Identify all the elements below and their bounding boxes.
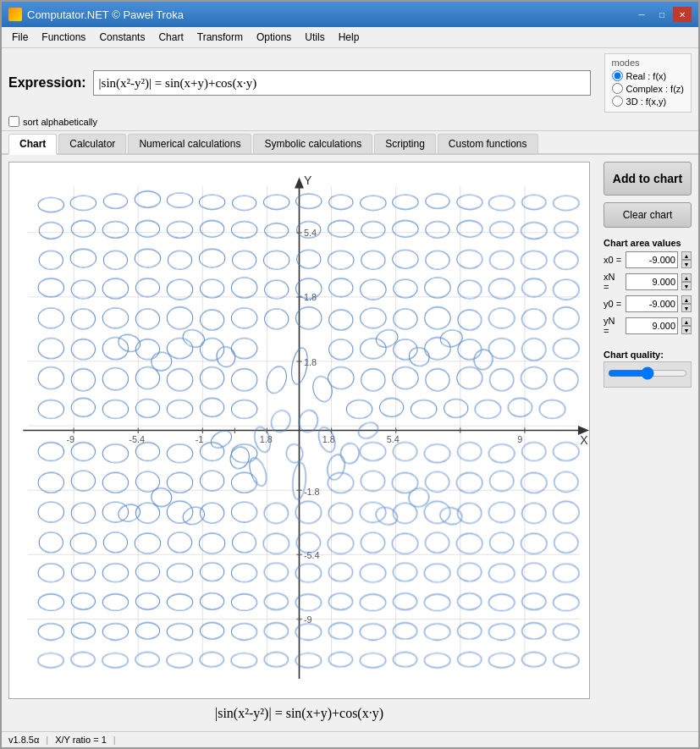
expression-row: Expression: modes Real : f(x) Complex : … — [8, 53, 692, 113]
y0-row: y0 = ▲ ▼ — [604, 295, 692, 312]
version-label: v1.8.5α — [8, 735, 39, 745]
title-bar-left: Computator.NET © Paweł Troka — [8, 8, 184, 21]
xN-spin-up[interactable]: ▲ — [681, 273, 692, 282]
quality-slider-container — [604, 361, 692, 388]
chart-area-values-section: Chart area values x0 = ▲ ▼ xN = ▲ — [604, 234, 692, 336]
menu-bar: File Functions Constants Chart Transform… — [2, 27, 698, 48]
x0-spin-up[interactable]: ▲ — [681, 251, 692, 260]
y-axis-label: Y — [304, 173, 312, 187]
x0-spin-down[interactable]: ▼ — [681, 260, 692, 268]
sort-checkbox[interactable] — [8, 116, 19, 127]
title-bar: Computator.NET © Paweł Troka ─ □ ✕ — [2, 2, 698, 27]
tab-scripting[interactable]: Scripting — [374, 134, 436, 153]
expression-input[interactable] — [93, 70, 591, 96]
window-controls: ─ □ ✕ — [632, 7, 692, 22]
close-button[interactable]: ✕ — [673, 7, 692, 22]
chart-svg: X Y -9 -5.4 -1 1.8 1.8 5.4 9 5.4 1.8 1.8 — [9, 162, 589, 698]
svg-text:-9: -9 — [304, 614, 312, 625]
y0-spinner: ▲ ▼ — [681, 295, 692, 312]
svg-text:-1.8: -1.8 — [304, 487, 320, 497]
menu-chart[interactable]: Chart — [152, 29, 190, 46]
mode-3d-label: 3D : f(x,y) — [626, 96, 667, 107]
yN-input[interactable] — [626, 317, 678, 334]
toolbar-area: Expression: modes Real : f(x) Complex : … — [2, 48, 698, 131]
menu-functions[interactable]: Functions — [35, 29, 92, 46]
svg-text:9: 9 — [517, 434, 522, 444]
xN-input[interactable] — [626, 273, 678, 290]
svg-text:-1: -1 — [196, 434, 204, 444]
ratio-label: X/Y ratio = 1 — [55, 735, 107, 745]
chart-area: X Y -9 -5.4 -1 1.8 1.8 5.4 9 5.4 1.8 1.8 — [2, 155, 597, 731]
mode-real-option[interactable]: Real : f(x) — [612, 70, 684, 81]
quality-label: Chart quality: — [604, 350, 692, 360]
status-sep-2: | — [113, 735, 116, 745]
xN-spin-down[interactable]: ▼ — [681, 282, 692, 290]
svg-text:1.8: 1.8 — [304, 357, 317, 367]
clear-chart-button[interactable]: Clear chart — [604, 202, 692, 228]
y0-spin-down[interactable]: ▼ — [681, 304, 692, 312]
main-window: Computator.NET © Paweł Troka ─ □ ✕ File … — [0, 0, 700, 749]
chart-area-values-title: Chart area values — [604, 238, 692, 248]
chart-caption: |sin(x²-y²)| = sin(x+y)+cos(x·y) — [8, 699, 590, 724]
mode-3d-option[interactable]: 3D : f(x,y) — [612, 96, 684, 107]
yN-label: yN = — [604, 316, 622, 336]
menu-file[interactable]: File — [5, 29, 35, 46]
menu-options[interactable]: Options — [250, 29, 298, 46]
mode-complex-radio[interactable] — [612, 83, 623, 94]
menu-constants[interactable]: Constants — [92, 29, 152, 46]
x-axis-label: X — [580, 433, 588, 447]
svg-text:-5.4: -5.4 — [129, 434, 145, 444]
quality-section: Chart quality: — [604, 343, 692, 388]
modes-panel: modes Real : f(x) Complex : f(z) 3D : f(… — [604, 53, 692, 113]
y0-input[interactable] — [626, 295, 678, 312]
xN-row: xN = ▲ ▼ — [604, 272, 692, 292]
tab-calculator[interactable]: Calculator — [58, 134, 126, 153]
menu-utils[interactable]: Utils — [298, 29, 331, 46]
mode-real-label: Real : f(x) — [626, 71, 667, 81]
mode-complex-option[interactable]: Complex : f(z) — [612, 83, 684, 94]
status-bar: v1.8.5α | X/Y ratio = 1 | — [2, 731, 698, 747]
tab-chart[interactable]: Chart — [8, 134, 57, 155]
sort-label: sort alphabetically — [23, 117, 97, 127]
x0-row: x0 = ▲ ▼ — [604, 251, 692, 268]
expression-label: Expression: — [8, 75, 86, 91]
yN-spin-up[interactable]: ▲ — [681, 317, 692, 326]
xN-spinner: ▲ ▼ — [681, 273, 692, 290]
main-content: X Y -9 -5.4 -1 1.8 1.8 5.4 9 5.4 1.8 1.8 — [2, 155, 698, 731]
mode-complex-label: Complex : f(z) — [626, 84, 684, 94]
yN-spinner: ▲ ▼ — [681, 317, 692, 334]
tab-numerical[interactable]: Numerical calculations — [128, 134, 251, 153]
x0-input[interactable] — [626, 251, 678, 268]
minimize-button[interactable]: ─ — [632, 7, 651, 22]
yN-row: yN = ▲ ▼ — [604, 316, 692, 336]
xN-label: xN = — [604, 272, 622, 292]
mode-3d-radio[interactable] — [612, 96, 623, 107]
tab-symbolic[interactable]: Symbolic calculations — [253, 134, 372, 153]
yN-spin-down[interactable]: ▼ — [681, 326, 692, 334]
quality-slider[interactable] — [608, 367, 687, 379]
modes-title: modes — [612, 58, 684, 68]
chart-container[interactable]: X Y -9 -5.4 -1 1.8 1.8 5.4 9 5.4 1.8 1.8 — [8, 162, 590, 699]
y0-spin-up[interactable]: ▲ — [681, 295, 692, 304]
menu-transform[interactable]: Transform — [190, 29, 250, 46]
sort-row: sort alphabetically — [8, 116, 692, 127]
svg-text:-5.4: -5.4 — [304, 550, 320, 560]
menu-help[interactable]: Help — [332, 29, 367, 46]
tab-custom-functions[interactable]: Custom functions — [438, 134, 538, 153]
right-panel: Add to chart Clear chart Chart area valu… — [597, 155, 698, 731]
y0-label: y0 = — [604, 299, 622, 309]
tabs-bar: Chart Calculator Numerical calculations … — [2, 131, 698, 155]
x0-spinner: ▲ ▼ — [681, 251, 692, 268]
status-sep-1: | — [46, 735, 48, 745]
svg-text:5.4: 5.4 — [387, 434, 400, 444]
app-icon — [8, 8, 22, 21]
maximize-button[interactable]: □ — [653, 7, 671, 22]
add-to-chart-button[interactable]: Add to chart — [604, 162, 692, 196]
mode-real-radio[interactable] — [612, 70, 623, 81]
svg-text:-9: -9 — [66, 434, 74, 444]
window-title: Computator.NET © Paweł Troka — [27, 8, 184, 21]
x0-label: x0 = — [604, 255, 622, 265]
